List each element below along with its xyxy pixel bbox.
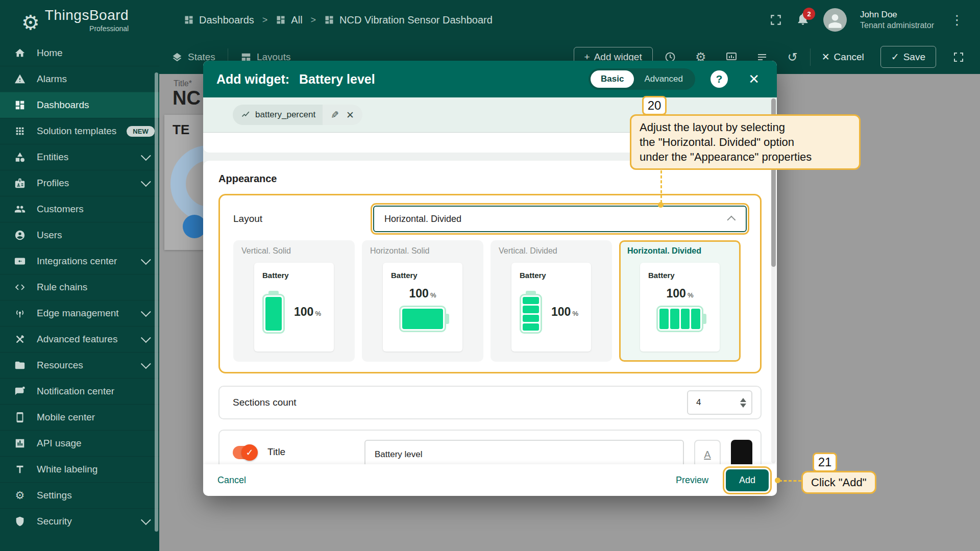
breadcrumb-separator: > — [311, 15, 316, 26]
stepper-down-icon[interactable] — [740, 404, 746, 408]
sidebar-item-customers[interactable]: Customers — [0, 196, 159, 222]
sidebar-item-integrations-center[interactable]: Integrations center — [0, 248, 159, 274]
tab-advanced[interactable]: Advanced — [634, 70, 693, 88]
avatar[interactable] — [823, 8, 847, 32]
gear-icon: ⚙ — [13, 489, 27, 502]
datasource-chip: battery_percent ✎ ✕ — [233, 105, 362, 125]
stepper-up-icon[interactable] — [740, 398, 746, 402]
widget-title-input[interactable]: Battery level — [364, 440, 684, 464]
sidebar-item-dashboards[interactable]: Dashboards — [0, 92, 159, 118]
close-icon: ✕ — [822, 51, 830, 63]
sidebar-item-notification-center[interactable]: Notification center — [0, 378, 159, 404]
help-icon[interactable]: ? — [710, 70, 728, 88]
bar-chart-icon — [13, 437, 27, 450]
dashboards-icon — [13, 98, 27, 112]
breadcrumb: Dashboards > All > NCD Vibration Sensor … — [184, 14, 493, 26]
user-name: John Doe — [860, 9, 934, 20]
sidebar-item-api-usage[interactable]: API usage — [0, 430, 159, 456]
folder-icon — [13, 359, 27, 372]
tab-basic[interactable]: Basic — [591, 70, 634, 88]
sidebar-scrollbar[interactable] — [155, 72, 158, 532]
mode-toggle: Basic Advanced — [589, 68, 695, 90]
kebab-menu-icon[interactable]: ⋮ — [947, 12, 967, 28]
layout-selected-value: Horizontal. Divided — [384, 214, 461, 224]
chevron-down-icon — [141, 333, 151, 343]
step-20-connector-line — [660, 170, 662, 203]
dashboard-grid-icon — [324, 15, 334, 25]
battery-horizontal-divided — [656, 306, 703, 332]
chevron-down-icon — [141, 359, 151, 369]
add-button[interactable]: Add — [726, 469, 769, 491]
step-21-connector-line — [779, 480, 801, 482]
sidebar-item-solution-templates[interactable]: Solution templates NEW — [0, 118, 159, 144]
battery-preview-card: Battery 100% — [383, 263, 462, 352]
sidebar-item-rule-chains[interactable]: Rule chains — [0, 274, 159, 300]
sidebar-item-users[interactable]: Users — [0, 222, 159, 248]
background-widget-title: TE — [173, 122, 189, 138]
version-history-button[interactable]: ↺ — [779, 46, 806, 68]
layout-option-horizontal-divided[interactable]: Horizontal. Divided Battery 100% — [619, 240, 741, 362]
battery-horizontal-solid — [399, 306, 446, 332]
home-icon — [13, 46, 27, 60]
sections-count-input[interactable]: 4 — [687, 390, 752, 415]
title-toggle[interactable]: ✓ — [233, 446, 257, 459]
sections-count-row: Sections count 4 — [218, 386, 762, 419]
fullscreen-icon[interactable] — [945, 46, 972, 68]
layout-option-horizontal-solid[interactable]: Horizontal. Solid Battery 100% — [362, 240, 483, 362]
number-stepper[interactable] — [740, 398, 746, 408]
logo-title: ThingsBoard — [45, 7, 129, 23]
layout-option-vertical-divided[interactable]: Vertical. Divided Battery 100% — [491, 240, 612, 362]
dialog-cancel-button[interactable]: Cancel — [217, 475, 246, 486]
sidebar-item-mobile-center[interactable]: Mobile center — [0, 404, 159, 430]
chevron-down-icon — [141, 151, 151, 161]
chevron-down-icon — [141, 255, 151, 265]
breadcrumb-current[interactable]: NCD Vibration Sensor Dashboard — [324, 14, 493, 26]
timeseries-icon — [241, 110, 251, 120]
close-icon[interactable]: ✕ — [748, 71, 760, 87]
battery-preview-card: Battery 100% — [511, 263, 591, 352]
layout-option-vertical-solid[interactable]: Vertical. Solid Battery 100% — [233, 240, 355, 362]
dashboard-grid-icon — [184, 15, 194, 25]
remove-datasource-icon[interactable]: ✕ — [346, 109, 354, 121]
notification-count-badge: 2 — [803, 8, 815, 20]
code-brackets-icon — [13, 281, 27, 294]
sidebar-item-alarms[interactable]: Alarms — [0, 66, 159, 92]
logo-subtitle: Professional — [45, 24, 129, 33]
user-info[interactable]: John Doe Tenant administrator — [860, 9, 934, 30]
sidebar: Home Alarms Dashboards Solution template… — [0, 40, 159, 551]
sidebar-item-entities[interactable]: Entities — [0, 144, 159, 170]
breadcrumb-dashboards[interactable]: Dashboards — [184, 14, 254, 26]
title-font-settings-button[interactable]: A — [694, 440, 721, 464]
person-icon — [825, 10, 845, 30]
sidebar-item-edge-management[interactable]: Edge management — [0, 300, 159, 326]
dashboard-title-value: NC — [173, 87, 201, 109]
sidebar-item-resources[interactable]: Resources — [0, 352, 159, 378]
check-icon: ✓ — [891, 51, 899, 63]
notifications-button[interactable]: 2 — [796, 12, 810, 28]
layout-select[interactable]: Horizontal. Divided — [373, 206, 747, 232]
layout-label: Layout — [233, 213, 373, 224]
sidebar-item-home[interactable]: Home — [0, 40, 159, 66]
sidebar-item-white-labeling[interactable]: White labeling — [0, 456, 159, 482]
breadcrumb-all[interactable]: All — [276, 14, 302, 26]
chevron-down-icon — [141, 177, 151, 187]
user-circle-icon — [13, 229, 27, 242]
fullscreen-icon[interactable] — [769, 13, 782, 27]
edit-cancel-button[interactable]: ✕ Cancel — [815, 51, 871, 63]
save-button[interactable]: ✓ Save — [880, 46, 936, 68]
layers-icon — [172, 52, 183, 63]
battery-vertical-solid — [262, 294, 285, 334]
breadcrumb-separator: > — [262, 15, 268, 26]
sidebar-item-advanced-features[interactable]: Advanced features — [0, 326, 159, 352]
integrations-icon — [13, 255, 27, 268]
appearance-section: Appearance Layout Horizontal. Divided Ve… — [203, 161, 777, 464]
sidebar-item-settings[interactable]: ⚙ Settings — [0, 482, 159, 508]
step-21-tooltip: Click "Add" — [801, 471, 876, 494]
layout-highlight-group: Layout Horizontal. Divided Vertical. Sol… — [218, 194, 762, 373]
edit-pencil-icon[interactable]: ✎ — [331, 109, 339, 121]
sidebar-item-profiles[interactable]: Profiles — [0, 170, 159, 196]
logo[interactable]: ⚙ ThingsBoard Professional — [0, 7, 138, 33]
sidebar-item-security[interactable]: Security — [0, 508, 159, 534]
title-color-swatch[interactable] — [731, 440, 752, 464]
preview-button[interactable]: Preview — [676, 475, 708, 486]
